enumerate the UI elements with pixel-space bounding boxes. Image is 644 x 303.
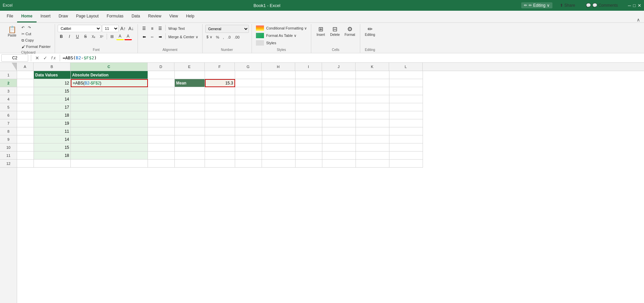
col-header-l[interactable]: L — [389, 63, 423, 71]
underline-button[interactable]: U — [74, 33, 81, 40]
cell-a1[interactable] — [17, 71, 34, 79]
col-header-e[interactable]: E — [174, 63, 205, 71]
fill-color-button[interactable]: A — [116, 33, 124, 40]
row-header-1[interactable]: 1 — [0, 71, 17, 79]
cell-b10[interactable]: 15 — [34, 143, 71, 152]
align-top-right-button[interactable]: ☰ — [157, 25, 164, 32]
col-header-f[interactable]: F — [205, 63, 235, 71]
cell-d2[interactable] — [148, 79, 175, 87]
cell-g1[interactable] — [235, 71, 262, 79]
cell-c11[interactable] — [71, 152, 148, 160]
row-header-8[interactable]: 8 — [0, 127, 17, 135]
font-size-select[interactable]: 11 — [102, 25, 119, 32]
cell-k1[interactable] — [356, 71, 389, 79]
cell-c5[interactable] — [71, 103, 148, 111]
bold-button[interactable]: B — [58, 33, 65, 40]
align-center-button[interactable]: ↔ — [149, 33, 156, 41]
number-format-select[interactable]: General — [205, 25, 249, 33]
cell-b7[interactable]: 19 — [34, 119, 71, 127]
strikethrough-button[interactable]: S — [82, 33, 89, 40]
format-as-table-button[interactable]: Format As Table ∨ — [255, 32, 309, 39]
cell-d1[interactable] — [148, 71, 175, 79]
format-cells-button[interactable]: ⚙ Format — [342, 25, 357, 38]
function-wizard-icon[interactable]: f x — [50, 56, 57, 60]
insert-cells-button[interactable]: ⊞ Insert — [314, 25, 327, 38]
tab-review[interactable]: Review — [144, 11, 165, 22]
cell-i2[interactable] — [296, 79, 322, 87]
cell-l1[interactable] — [389, 71, 423, 79]
row-header-5[interactable]: 5 — [0, 103, 17, 111]
col-header-b[interactable]: B — [34, 63, 70, 71]
font-name-select[interactable]: Calibri — [58, 25, 101, 32]
cell-styles-button[interactable]: Styles — [255, 40, 309, 46]
copy-button[interactable]: ⧉ Copy — [20, 38, 52, 43]
align-top-center-button[interactable]: ≡ — [149, 25, 156, 32]
conditional-formatting-button[interactable]: Conditional Formatting ∨ — [255, 25, 309, 32]
cell-c1[interactable]: Absolute Deviation — [71, 71, 148, 79]
cell-a2[interactable] — [17, 79, 34, 87]
align-left-button[interactable]: ⬅ — [141, 33, 148, 41]
cancel-formula-icon[interactable]: ✕ — [34, 55, 41, 61]
cell-f2[interactable]: 15.3 — [205, 79, 235, 87]
cell-j2[interactable] — [322, 79, 356, 87]
cell-i1[interactable] — [296, 71, 322, 79]
redo-button[interactable]: ↷ — [26, 25, 32, 31]
comments-button[interactable]: 💬 💬 Comments — [583, 2, 621, 9]
cell-b1[interactable]: Data Values — [34, 71, 71, 79]
tab-help[interactable]: Help — [182, 11, 199, 22]
decrease-decimal-button[interactable]: .00 — [233, 35, 241, 40]
col-header-g[interactable]: G — [235, 63, 262, 71]
row-header-10[interactable]: 10 — [0, 143, 17, 152]
cell-b9[interactable]: 14 — [34, 135, 71, 143]
merge-center-button[interactable]: Merge & Center ∨ — [167, 33, 200, 41]
cell-c2[interactable]: =ABS(B2-$F$2) — [71, 79, 148, 87]
wrap-text-button[interactable]: Wrap Text — [167, 25, 186, 32]
tab-view[interactable]: View — [165, 11, 182, 22]
cell-c6[interactable] — [71, 111, 148, 119]
row-header-6[interactable]: 6 — [0, 111, 17, 119]
cell-j1[interactable] — [322, 71, 356, 79]
cell-b6[interactable]: 18 — [34, 111, 71, 119]
editing-group-button[interactable]: ✏ Editing — [363, 25, 377, 38]
align-right-button[interactable]: ➡ — [157, 33, 164, 41]
cell-g2[interactable] — [235, 79, 262, 87]
col-header-j[interactable]: J — [322, 63, 356, 71]
cell-b11[interactable]: 18 — [34, 152, 71, 160]
row-header-3[interactable]: 3 — [0, 87, 17, 95]
tab-page-layout[interactable]: Page Layout — [72, 11, 103, 22]
row-header-12[interactable]: 12 — [0, 160, 17, 168]
cell-c9[interactable] — [71, 135, 148, 143]
tab-insert[interactable]: Insert — [37, 11, 55, 22]
delete-cells-button[interactable]: ⊟ Delete — [328, 25, 342, 38]
cell-k2[interactable] — [356, 79, 389, 87]
format-painter-button[interactable]: 🖌 Format Painter — [20, 44, 52, 49]
cell-e1[interactable] — [175, 71, 205, 79]
col-header-c[interactable]: C — [70, 63, 148, 71]
close-button[interactable]: ✕ — [638, 3, 641, 8]
row-header-4[interactable]: 4 — [0, 95, 17, 103]
borders-button[interactable]: ⊞ — [108, 33, 116, 40]
row-header-9[interactable]: 9 — [0, 135, 17, 143]
cell-b8[interactable]: 11 — [34, 127, 71, 135]
superscript-button[interactable]: X² — [98, 33, 105, 40]
col-header-h[interactable]: H — [262, 63, 295, 71]
col-header-i[interactable]: I — [295, 63, 322, 71]
increase-decimal-button[interactable]: .0 — [226, 35, 232, 40]
percent-button[interactable]: % — [215, 35, 221, 40]
cell-b5[interactable]: 17 — [34, 103, 71, 111]
cell-b2[interactable]: 12 — [34, 79, 71, 87]
col-header-a[interactable]: A — [17, 63, 34, 71]
tab-file[interactable]: File — [3, 11, 17, 22]
row-header-2[interactable]: 2 — [0, 79, 17, 87]
decrease-font-button[interactable]: A↓ — [127, 25, 135, 32]
minimize-button[interactable]: ─ — [628, 3, 631, 8]
maximize-button[interactable]: □ — [633, 3, 636, 8]
col-header-k[interactable]: K — [356, 63, 389, 71]
ribbon-collapse-icon[interactable]: ∧ — [637, 17, 640, 22]
cell-h1[interactable] — [262, 71, 296, 79]
cell-e2[interactable]: Mean — [175, 79, 205, 87]
tab-formulas[interactable]: Formulas — [103, 11, 127, 22]
currency-button[interactable]: $ ∨ — [205, 34, 214, 40]
cell-c10[interactable] — [71, 143, 148, 152]
italic-button[interactable]: I — [66, 33, 73, 40]
